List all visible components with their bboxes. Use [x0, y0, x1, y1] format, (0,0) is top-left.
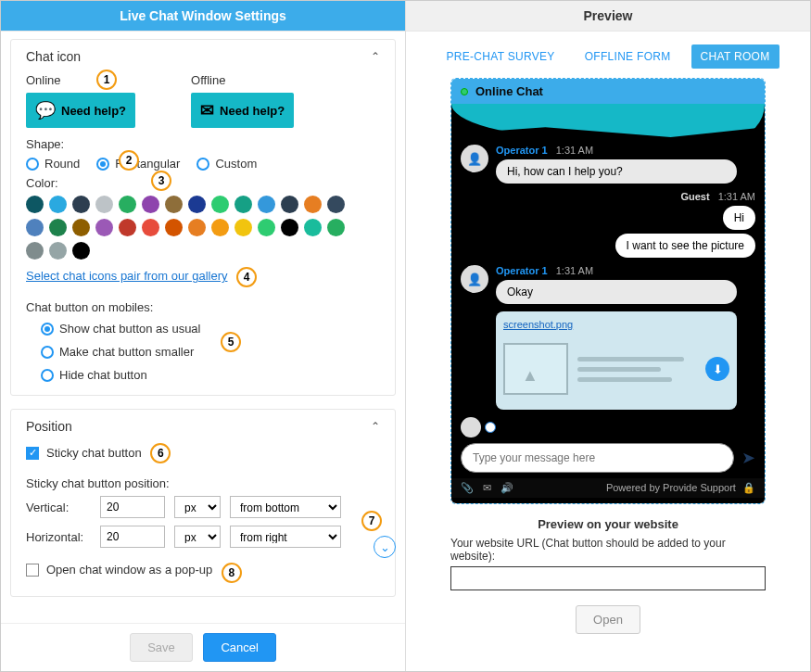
chat-window: Online Chat 👤 Operator 1 1:31 AM	[450, 78, 766, 504]
lock-icon: 🔒	[742, 482, 755, 493]
online-status-icon	[461, 88, 468, 95]
color-swatch[interactable]	[95, 196, 113, 213]
attachment-filename: screenshot.png	[503, 319, 729, 330]
horizontal-unit[interactable]: px	[174, 526, 221, 548]
save-button: Save	[130, 633, 193, 662]
radio-mobile-smaller[interactable]: Make chat button smaller	[41, 345, 380, 359]
checkbox-sticky[interactable]: ✓ Sticky chat button	[26, 446, 142, 460]
sticky-position-label: Sticky chat button position:	[26, 476, 380, 490]
radio-shape-round[interactable]: Round	[26, 157, 80, 171]
annotation-6: 6	[150, 443, 171, 463]
color-swatch[interactable]	[49, 196, 67, 213]
color-swatch[interactable]	[26, 219, 44, 236]
chat-title: Online Chat	[475, 84, 543, 98]
radio-mobile-hide[interactable]: Hide chat button	[41, 368, 380, 382]
open-button[interactable]: Open	[576, 605, 640, 634]
color-swatch[interactable]	[49, 219, 67, 236]
section-chat-icon-title: Chat icon	[26, 49, 81, 64]
color-swatch[interactable]	[142, 196, 159, 213]
color-swatch[interactable]	[26, 196, 44, 213]
vertical-input[interactable]	[100, 496, 165, 518]
color-swatch[interactable]	[188, 219, 206, 236]
vertical-unit[interactable]: px	[174, 496, 221, 518]
typing-indicator-icon	[485, 422, 496, 433]
annotation-1: 1	[96, 70, 117, 90]
color-swatch[interactable]	[72, 196, 90, 213]
avatar-icon	[461, 417, 481, 437]
avatar-icon: 👤	[461, 145, 488, 172]
settings-body: Chat icon ⌃ Online 💬 Need help? 1 Offlin…	[1, 32, 405, 623]
cancel-button[interactable]: Cancel	[203, 633, 275, 662]
color-swatch[interactable]	[72, 219, 90, 236]
gallery-link[interactable]: Select chat icons pair from our gallery	[26, 269, 227, 283]
checkbox-popup[interactable]: Open chat window as a pop-up	[26, 563, 212, 577]
annotation-5: 5	[221, 332, 241, 352]
annotation-4: 4	[236, 267, 257, 287]
collapse-icon[interactable]: ⌃	[371, 50, 380, 63]
color-swatch[interactable]	[188, 196, 206, 213]
section-position-title: Position	[26, 419, 72, 434]
tab-offline[interactable]: OFFLINE FORM	[576, 44, 680, 69]
tab-chatroom[interactable]: CHAT ROOM	[691, 44, 779, 69]
annotation-2: 2	[119, 150, 139, 171]
color-swatch[interactable]	[234, 196, 252, 213]
radio-shape-custom[interactable]: Custom	[196, 157, 257, 171]
color-swatch[interactable]	[234, 219, 252, 236]
url-label: Your website URL (Chat button should be …	[450, 537, 766, 563]
annotation-3: 3	[151, 171, 171, 191]
message-bubble: Okay	[496, 280, 737, 304]
section-position: Position ⌃ ✓ Sticky chat button 6 Sticky…	[10, 409, 396, 597]
color-swatch[interactable]	[281, 219, 298, 236]
online-label: Online	[26, 73, 135, 87]
color-swatch[interactable]	[258, 196, 275, 213]
color-swatch[interactable]	[72, 242, 90, 260]
header-banner	[451, 104, 765, 137]
annotation-8: 8	[222, 563, 242, 583]
attachment-card[interactable]: screenshot.png ⬇	[496, 311, 737, 410]
message-bubble: I want to see the picture	[615, 234, 755, 258]
color-swatch[interactable]	[165, 196, 183, 213]
footer-actions: Save Cancel	[1, 623, 405, 671]
horizontal-from[interactable]: from right	[230, 526, 341, 548]
message-bubble: Hi, how can I help you?	[496, 159, 737, 184]
color-swatch[interactable]	[327, 196, 345, 213]
color-swatch[interactable]	[258, 219, 275, 236]
offline-label: Offline	[191, 73, 294, 87]
message-input[interactable]	[461, 443, 734, 473]
color-swatch[interactable]	[119, 196, 136, 213]
send-icon[interactable]: ➤	[741, 448, 755, 468]
mobile-label: Chat button on mobiles:	[26, 300, 153, 314]
color-swatch[interactable]	[142, 219, 159, 236]
avatar-icon: 👤	[461, 265, 488, 293]
vertical-label: Vertical:	[26, 501, 91, 514]
website-url-input[interactable]	[450, 566, 766, 590]
color-swatch[interactable]	[95, 219, 113, 236]
attach-icon[interactable]: 📎	[461, 482, 474, 494]
collapse-icon[interactable]: ⌃	[371, 420, 380, 433]
preview-body: PRE-CHAT SURVEY OFFLINE FORM CHAT ROOM O…	[406, 32, 810, 671]
email-icon[interactable]: ✉	[483, 482, 491, 494]
scroll-down-icon[interactable]: ⌄	[374, 536, 396, 558]
sound-icon[interactable]: 🔊	[501, 482, 513, 494]
color-swatch[interactable]	[304, 196, 322, 213]
horizontal-input[interactable]	[100, 526, 165, 548]
radio-mobile-usual[interactable]: Show chat button as usual	[41, 322, 380, 336]
vertical-from[interactable]: from bottom	[230, 496, 341, 518]
color-swatch[interactable]	[327, 219, 345, 236]
color-swatch[interactable]	[49, 242, 67, 260]
color-swatch[interactable]	[304, 219, 322, 236]
envelope-icon: ✉	[200, 100, 214, 120]
color-swatch[interactable]	[26, 242, 44, 260]
online-icon-preview: 💬 Need help?	[26, 93, 135, 128]
section-chat-icon: Chat icon ⌃ Online 💬 Need help? 1 Offlin…	[10, 39, 396, 396]
preview-header: Preview	[406, 1, 810, 32]
color-swatch[interactable]	[281, 196, 298, 213]
download-icon[interactable]: ⬇	[705, 357, 729, 381]
tab-prechat[interactable]: PRE-CHAT SURVEY	[437, 44, 564, 69]
offline-icon-preview: ✉ Need help?	[191, 93, 294, 128]
color-swatch[interactable]	[165, 219, 183, 236]
color-swatch[interactable]	[211, 219, 229, 236]
color-swatch[interactable]	[211, 196, 229, 213]
horizontal-label: Horizontal:	[26, 530, 91, 544]
color-swatch[interactable]	[119, 219, 136, 236]
